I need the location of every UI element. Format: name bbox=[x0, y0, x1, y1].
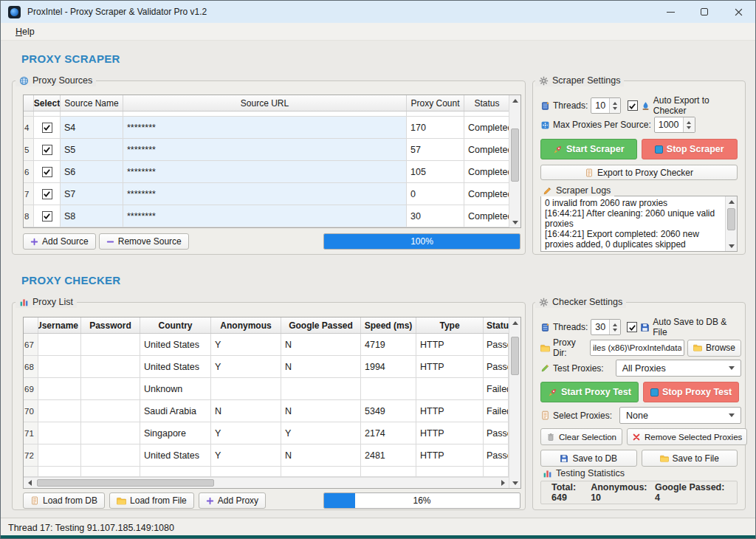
username-cell[interactable] bbox=[38, 444, 81, 467]
proxy-count-cell[interactable]: 170 bbox=[407, 117, 464, 139]
source-name-cell[interactable]: S7 bbox=[61, 183, 123, 205]
source-row[interactable]: 6 S6 ******** 105 Completed bbox=[24, 161, 509, 183]
google-passed-cell[interactable]: N bbox=[281, 334, 361, 356]
source-url-cell[interactable]: ******** bbox=[123, 139, 407, 161]
proxy-row[interactable]: 71 Singapore Y Y 2174 HTTP Passed bbox=[24, 422, 509, 444]
clear-selection-button[interactable]: Clear Selection bbox=[540, 428, 622, 445]
col-header-select[interactable]: Select bbox=[34, 95, 61, 111]
anonymous-cell[interactable]: Y bbox=[211, 422, 281, 444]
scroll-left-arrow[interactable] bbox=[24, 478, 35, 488]
anonymous-cell[interactable]: N bbox=[211, 400, 281, 422]
col-header-country[interactable]: Country bbox=[140, 317, 211, 333]
threads-spinbox[interactable]: 10 bbox=[591, 97, 620, 114]
col-header-speed[interactable]: Speed (ms) bbox=[361, 317, 416, 333]
type-cell[interactable]: HTTP bbox=[416, 422, 484, 444]
col-header-password[interactable]: Password bbox=[81, 317, 140, 333]
status-cell[interactable]: Passed bbox=[484, 422, 509, 444]
google-passed-cell[interactable] bbox=[281, 378, 361, 400]
speed-cell[interactable]: 2481 bbox=[361, 444, 416, 467]
source-name-cell[interactable]: S6 bbox=[61, 161, 123, 183]
browse-button[interactable]: Browse bbox=[687, 340, 741, 357]
source-name-cell[interactable]: S8 bbox=[61, 205, 123, 227]
proxy-row[interactable]: 69 Unknown Failed bbox=[24, 378, 509, 400]
spinbox-arrows[interactable] bbox=[609, 320, 620, 334]
username-cell[interactable] bbox=[38, 400, 81, 422]
google-passed-cell[interactable]: N bbox=[281, 356, 361, 378]
source-row[interactable]: 5 S5 ******** 57 Completed bbox=[24, 139, 509, 161]
proxy-dir-input[interactable] bbox=[590, 340, 684, 356]
speed-cell[interactable]: 1994 bbox=[361, 356, 416, 378]
source-name-cell[interactable]: S4 bbox=[61, 117, 123, 139]
scroll-up-arrow[interactable] bbox=[509, 317, 520, 328]
col-header-status[interactable]: Status bbox=[484, 317, 509, 333]
auto-export-checkbox[interactable] bbox=[628, 100, 638, 111]
scrollbar-thumb[interactable] bbox=[727, 208, 735, 230]
status-cell[interactable]: Passed bbox=[484, 356, 509, 378]
select-proxies-dropdown[interactable]: None bbox=[619, 407, 741, 424]
spinbox-arrows[interactable] bbox=[683, 117, 695, 132]
proxy-row[interactable]: 68 United States Y N 1994 HTTP Passed bbox=[24, 356, 509, 378]
google-passed-cell[interactable]: N bbox=[281, 444, 361, 467]
status-cell[interactable]: Passed bbox=[484, 334, 509, 356]
username-cell[interactable] bbox=[38, 422, 81, 444]
stop-proxy-test-button[interactable]: Stop Proxy Test bbox=[643, 382, 739, 402]
add-source-button[interactable]: Add Source bbox=[23, 233, 96, 250]
col-header-google-passed[interactable]: Google Passed bbox=[281, 317, 361, 333]
scroll-down-arrow[interactable] bbox=[726, 241, 737, 251]
source-url-cell[interactable]: ******** bbox=[123, 117, 407, 139]
type-cell[interactable]: HTTP bbox=[416, 444, 484, 467]
source-select-checkbox[interactable] bbox=[42, 123, 52, 133]
google-passed-cell[interactable]: N bbox=[281, 400, 361, 422]
close-button[interactable] bbox=[721, 1, 755, 23]
source-url-cell[interactable]: ******** bbox=[123, 183, 407, 205]
source-select-checkbox[interactable] bbox=[42, 145, 52, 155]
remove-selected-proxies-button[interactable]: Remove Selected Proxies bbox=[627, 428, 747, 445]
source-select-checkbox[interactable] bbox=[42, 189, 52, 199]
proxy-count-cell[interactable]: 57 bbox=[407, 139, 464, 161]
source-row[interactable]: 8 S8 ******** 30 Completed bbox=[24, 205, 509, 227]
username-cell[interactable] bbox=[38, 334, 81, 356]
save-to-db-button[interactable]: Save to DB bbox=[540, 450, 637, 467]
proxy-row[interactable]: 70 Saudi Arabia N N 5349 HTTP Failed bbox=[24, 400, 509, 422]
speed-cell[interactable]: 2174 bbox=[361, 422, 416, 444]
source-status-cell[interactable]: Completed bbox=[464, 139, 509, 161]
scroll-down-arrow[interactable] bbox=[509, 478, 520, 488]
sources-vertical-scrollbar[interactable] bbox=[509, 95, 520, 227]
proxy-count-cell[interactable]: 105 bbox=[407, 161, 464, 183]
proxy-count-cell[interactable]: 30 bbox=[407, 205, 464, 227]
country-cell[interactable]: Unknown bbox=[140, 378, 211, 400]
scroll-right-arrow[interactable] bbox=[497, 478, 509, 488]
col-header-username[interactable]: Username bbox=[38, 317, 81, 333]
status-cell[interactable]: Failed bbox=[484, 400, 509, 422]
proxy-count-cell[interactable]: 0 bbox=[407, 183, 464, 205]
speed-cell[interactable]: 5349 bbox=[361, 400, 416, 422]
scraper-logs-box[interactable]: 0 invalid from 2060 raw proxies [16:44:2… bbox=[540, 196, 738, 252]
auto-save-checkbox[interactable] bbox=[627, 322, 637, 332]
anonymous-cell[interactable]: Y bbox=[211, 334, 281, 356]
anonymous-cell[interactable] bbox=[211, 378, 281, 400]
password-cell[interactable] bbox=[81, 400, 140, 422]
menu-help[interactable]: Help bbox=[11, 25, 39, 38]
anonymous-cell[interactable]: Y bbox=[211, 356, 281, 378]
add-proxy-button[interactable]: Add Proxy bbox=[199, 492, 266, 509]
remove-source-button[interactable]: Remove Source bbox=[99, 233, 189, 250]
country-cell[interactable]: United States bbox=[140, 356, 211, 378]
country-cell[interactable]: Saudi Arabia bbox=[140, 400, 211, 422]
status-cell[interactable]: Passed bbox=[484, 444, 509, 467]
speed-cell[interactable] bbox=[361, 378, 416, 400]
load-from-file-button[interactable]: Load from File bbox=[109, 492, 194, 509]
source-url-cell[interactable]: ******** bbox=[123, 205, 407, 227]
password-cell[interactable] bbox=[81, 444, 140, 467]
proxy-row[interactable]: 72 United States Y N 2481 HTTP Passed bbox=[24, 444, 509, 467]
source-status-cell[interactable]: Completed bbox=[464, 161, 509, 183]
country-cell[interactable]: Singapore bbox=[140, 422, 211, 444]
proxy-list-vertical-scrollbar[interactable] bbox=[509, 317, 520, 488]
test-proxies-dropdown[interactable]: All Proxies bbox=[616, 360, 741, 377]
scroll-up-arrow[interactable] bbox=[726, 196, 737, 207]
type-cell[interactable] bbox=[416, 378, 484, 400]
proxy-list-horizontal-scrollbar[interactable] bbox=[24, 477, 509, 488]
spinbox-arrows[interactable] bbox=[609, 98, 620, 113]
threads-spinbox[interactable]: 30 bbox=[591, 319, 621, 335]
col-header-source-name[interactable]: Source Name bbox=[61, 95, 123, 111]
source-select-checkbox[interactable] bbox=[42, 211, 52, 222]
